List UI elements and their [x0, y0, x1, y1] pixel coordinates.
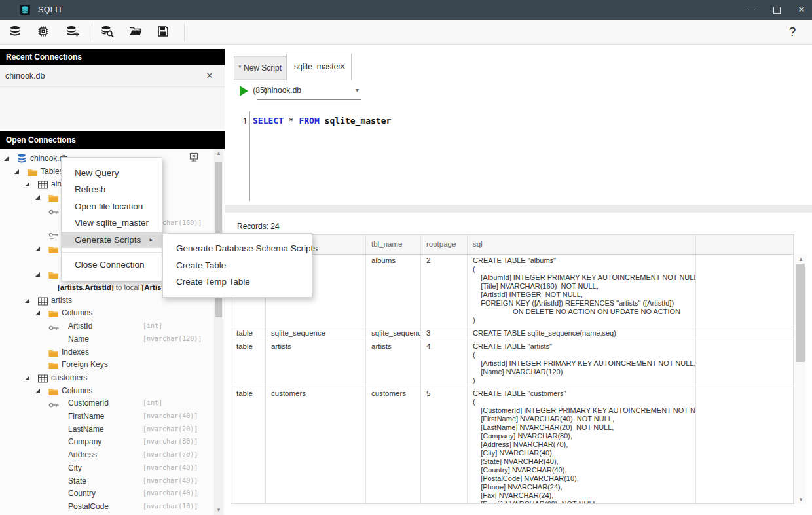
context-menu: New QueryRefreshOpen file locationView s… — [61, 157, 162, 281]
run-query-button[interactable] — [240, 86, 248, 96]
menu-item-close-connection[interactable]: Close Connection — [62, 257, 162, 273]
cell-name[interactable]: artists — [266, 340, 366, 387]
tree-scrollbar[interactable]: ▲ ▼ — [214, 149, 223, 515]
add-database-icon[interactable] — [65, 25, 81, 41]
cell-rootpage[interactable]: 4 — [421, 340, 468, 387]
expander-icon[interactable] — [25, 298, 29, 303]
submenu-item-create-temp-table[interactable]: Create Temp Table — [163, 274, 312, 291]
connection-select-value: chinook.db — [263, 86, 301, 95]
cell-tbl_name[interactable]: albums — [366, 255, 421, 327]
cell-name[interactable]: sqlite_sequence — [266, 327, 366, 340]
expander-icon[interactable] — [14, 169, 19, 174]
close-tab-icon[interactable]: ✕ — [339, 54, 346, 80]
expander-icon[interactable] — [35, 247, 40, 251]
cell-blank[interactable] — [696, 327, 794, 340]
sql-editor-line[interactable]: SELECT * FROM sqlite_master — [253, 116, 391, 126]
cell-tbl_name[interactable]: artists — [366, 340, 421, 387]
tree-row[interactable]: Columns — [0, 384, 215, 397]
tree-row[interactable]: Country[nvarchar(40)] — [0, 487, 215, 500]
scroll-up-icon[interactable]: ▲ — [796, 255, 805, 264]
database-icon[interactable] — [9, 25, 24, 41]
table-row[interactable]: tablealbumsalbums2CREATE TABLE "albums" … — [231, 255, 794, 327]
close-window-button[interactable]: ✕ — [790, 0, 812, 20]
tree-row[interactable]: City[nvarchar(40)] — [0, 461, 215, 474]
tree-item-label: Indexes — [62, 346, 89, 359]
scroll-down-icon[interactable]: ▼ — [796, 495, 805, 505]
menu-item-new-query[interactable]: New Query — [62, 165, 162, 181]
help-button[interactable]: ? — [784, 24, 800, 41]
cell-type[interactable]: table — [231, 387, 266, 503]
tree-row[interactable]: Foreign Keys — [0, 358, 215, 371]
tree-row[interactable]: State[nvarchar(40)] — [0, 474, 215, 488]
cell-name[interactable]: customers — [266, 387, 366, 503]
tree-row[interactable]: CustomerId[int] — [0, 397, 215, 410]
expander-icon[interactable] — [35, 389, 40, 393]
expander-icon[interactable] — [35, 272, 40, 277]
cell-sql[interactable]: CREATE TABLE "customers" ( [CustomerId] … — [468, 387, 696, 503]
tree-row[interactable]: Company[nvarchar(80)] — [0, 435, 215, 448]
cell-rootpage[interactable]: 2 — [421, 255, 468, 327]
cell-sql[interactable]: CREATE TABLE sqlite_sequence(name,seq) — [468, 327, 696, 340]
scroll-down-icon[interactable]: ▼ — [214, 506, 223, 515]
tree-row[interactable]: LastName[nvarchar(20)] — [0, 423, 215, 436]
cell-rootpage[interactable]: 5 — [421, 387, 468, 503]
expander-icon[interactable] — [25, 376, 29, 380]
toolbar-separator — [92, 24, 92, 41]
cell-blank[interactable] — [696, 340, 794, 387]
cell-blank[interactable] — [696, 387, 794, 503]
menu-item-generate-scripts[interactable]: Generate Scripts► — [62, 232, 162, 248]
tree-item-label: State — [68, 474, 86, 488]
tree-row[interactable]: FirstName[nvarchar(40)] — [0, 410, 215, 423]
cell-rootpage[interactable]: 3 — [421, 327, 468, 340]
menu-item-refresh[interactable]: Refresh — [62, 181, 162, 198]
tree-row[interactable]: PostalCode[nvarchar(10)] — [0, 500, 215, 513]
submenu-item-create-table[interactable]: Create Table — [163, 257, 312, 274]
tab-new-script[interactable]: * New Script (85) — [234, 56, 286, 80]
expander-icon[interactable] — [4, 156, 9, 161]
cell-tbl_name[interactable]: sqlite_sequence — [366, 327, 421, 340]
grid-scrollbar[interactable]: ▲ ▼ — [795, 254, 806, 504]
submenu-arrow-icon: ► — [149, 232, 154, 248]
column-header-tbl_name[interactable]: tbl_name — [366, 235, 421, 254]
recent-connections-list: chinook.db ✕ — [0, 65, 225, 129]
expander-icon[interactable] — [35, 195, 40, 200]
editor-horizontal-scrollbar[interactable] — [225, 205, 812, 213]
cell-blank[interactable] — [696, 255, 794, 327]
tree-row[interactable]: Address[nvarchar(70)] — [0, 448, 215, 461]
tree-row[interactable]: Name[nvarchar(120)] — [0, 332, 215, 346]
cell-tbl_name[interactable]: customers — [366, 387, 421, 503]
cell-sql[interactable]: CREATE TABLE "artists" ( [ArtistId] INTE… — [468, 340, 696, 387]
tree-row[interactable]: ArtistId[int] — [0, 319, 215, 332]
submenu-item-generate-database-schema-scripts[interactable]: Generate Database Schema Scripts — [163, 240, 312, 257]
save-icon[interactable] — [157, 25, 172, 41]
tree-row[interactable]: Indexes — [0, 346, 215, 359]
table-row[interactable]: tablesqlite_sequencesqlite_sequence3CREA… — [231, 327, 794, 340]
column-header-rootpage[interactable]: rootpage — [421, 235, 468, 254]
cell-type[interactable]: table — [231, 327, 266, 340]
column-header-blank[interactable] — [696, 235, 794, 254]
table-row[interactable]: tablecustomerscustomers5CREATE TABLE "cu… — [231, 387, 794, 503]
recent-connection-item[interactable]: chinook.db ✕ — [0, 65, 225, 87]
minimize-button[interactable] — [741, 0, 763, 20]
scroll-up-icon[interactable]: ▲ — [214, 149, 223, 158]
grid-scrollbar-thumb[interactable] — [796, 264, 805, 362]
expander-icon[interactable] — [35, 311, 40, 315]
column-type-label: [int] — [143, 319, 162, 332]
remove-recent-icon[interactable]: ✕ — [203, 65, 216, 86]
disconnect-icon[interactable] — [189, 152, 199, 163]
tree-row[interactable]: customers — [0, 371, 215, 384]
search-database-icon[interactable] — [100, 25, 116, 41]
connection-select[interactable]: chinook.db ▾ — [257, 84, 361, 100]
table-row[interactable]: tableartistsartists4CREATE TABLE "artist… — [231, 340, 794, 387]
menu-item-open-file-location[interactable]: Open file location — [62, 198, 162, 215]
column-header-sql[interactable]: sql — [468, 235, 696, 254]
tree-row[interactable]: Columns — [0, 306, 215, 319]
chip-icon[interactable] — [37, 25, 52, 41]
expander-icon[interactable] — [25, 182, 29, 186]
cell-type[interactable]: table — [231, 340, 266, 387]
maximize-button[interactable] — [766, 0, 788, 20]
cell-sql[interactable]: CREATE TABLE "albums" ( [AlbumId] INTEGE… — [468, 255, 696, 327]
tab-sqlite-master[interactable]: sqlite_master ✕ — [286, 54, 352, 80]
menu-item-view-sqlite-master[interactable]: View sqlite_master — [62, 215, 162, 231]
open-folder-icon[interactable] — [128, 25, 144, 41]
